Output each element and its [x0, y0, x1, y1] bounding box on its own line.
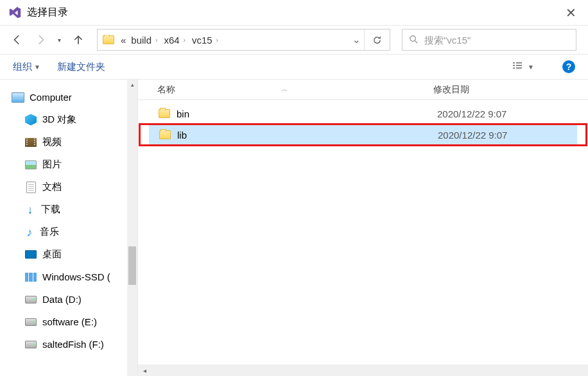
drive-icon [24, 316, 37, 328]
window-title: 选择目录 [27, 6, 560, 19]
tree-item-drive-e[interactable]: software (E:) [12, 311, 137, 333]
videos-icon [24, 137, 37, 148]
column-header-name[interactable]: 名称 ︿ [138, 84, 427, 96]
scroll-up-icon[interactable]: ▴ [127, 80, 137, 90]
column-header-modified[interactable]: 修改日期 [427, 84, 588, 96]
app-icon [8, 6, 22, 20]
up-button[interactable] [73, 34, 84, 46]
folder-icon [159, 130, 171, 139]
3d-objects-icon [24, 114, 37, 126]
file-list: 名称 ︿ 修改日期 bin 2020/12/22 9:07 l [137, 80, 588, 376]
folder-icon [103, 35, 114, 44]
tree-item-drive-f[interactable]: saltedFish (F:) [12, 333, 137, 355]
tree-root-computer[interactable]: Computer [12, 86, 137, 108]
forward-button[interactable] [35, 34, 46, 46]
drive-icon [24, 339, 37, 350]
address-dropdown-icon[interactable]: ⌄ [349, 34, 364, 46]
file-row[interactable]: lib 2020/12/22 9:07 [149, 125, 577, 144]
sidebar-scrollbar[interactable]: ▴ [127, 80, 137, 376]
search-box[interactable] [402, 29, 576, 51]
search-input[interactable] [424, 35, 569, 46]
file-name: bin [177, 108, 189, 119]
scroll-left-icon[interactable]: ◂ [138, 367, 151, 374]
file-row[interactable]: bin 2020/12/22 9:07 [148, 104, 578, 123]
drive-icon [24, 294, 37, 305]
tree-item-music[interactable]: ♪ 音乐 [12, 221, 137, 243]
refresh-button[interactable] [364, 30, 390, 50]
svg-point-0 [410, 36, 415, 41]
search-icon [409, 35, 419, 45]
nav-toolbar: ▾ « build› x64› vc15› ⌄ [0, 26, 588, 54]
pictures-icon [24, 159, 37, 171]
downloads-icon: ↓ [24, 204, 36, 216]
address-bar[interactable]: « build› x64› vc15› ⌄ [97, 29, 390, 51]
breadcrumb-item[interactable]: vc15› [189, 35, 222, 46]
back-button[interactable] [12, 34, 23, 46]
music-icon: ♪ [24, 226, 35, 238]
organize-button[interactable]: 组织 ▼ [13, 61, 40, 73]
command-toolbar: 组织 ▼ 新建文件夹 ▼ ? [0, 54, 588, 80]
breadcrumb-ellipsis[interactable]: « [118, 35, 128, 46]
tree-item-downloads[interactable]: ↓ 下载 [12, 198, 137, 221]
breadcrumb-item[interactable]: build› [128, 35, 161, 46]
tree-item-desktop[interactable]: 桌面 [12, 243, 137, 266]
breadcrumb-item[interactable]: x64› [161, 35, 189, 46]
view-options[interactable]: ▼ [511, 62, 534, 72]
column-headers: 名称 ︿ 修改日期 [138, 80, 588, 100]
documents-icon [24, 182, 37, 193]
main-area: Computer 3D 对象 视频 图片 文档 ↓ 下载 [0, 80, 588, 376]
file-modified-date: 2020/12/22 9:07 [437, 108, 578, 119]
tree-item-drive-c[interactable]: Windows-SSD ( [12, 266, 137, 288]
tree-item-drive-d[interactable]: Data (D:) [12, 288, 137, 311]
help-button[interactable]: ? [562, 60, 575, 73]
new-folder-button[interactable]: 新建文件夹 [57, 61, 105, 73]
computer-icon [12, 92, 24, 103]
file-name: lib [177, 130, 187, 141]
tree-item-3d[interactable]: 3D 对象 [12, 108, 137, 131]
highlighted-selection: lib 2020/12/22 9:07 [139, 123, 587, 146]
sort-indicator-icon: ︿ [282, 85, 288, 94]
ssd-icon [24, 271, 37, 283]
history-dropdown[interactable]: ▾ [58, 37, 61, 44]
nav-arrows: ▾ [12, 34, 84, 46]
close-icon[interactable]: ✕ [560, 5, 582, 21]
tree-item-documents[interactable]: 文档 [12, 176, 137, 198]
desktop-icon [24, 249, 37, 261]
tree-item-pictures[interactable]: 图片 [12, 153, 137, 176]
folder-icon [159, 109, 170, 118]
file-modified-date: 2020/12/22 9:07 [438, 130, 577, 141]
breadcrumb: « build› x64› vc15› [98, 35, 349, 46]
titlebar: 选择目录 ✕ [0, 0, 588, 26]
navigation-tree: Computer 3D 对象 视频 图片 文档 ↓ 下载 [0, 80, 137, 376]
tree-item-videos[interactable]: 视频 [12, 131, 137, 153]
horizontal-scrollbar[interactable]: ◂ [138, 364, 588, 376]
scroll-thumb[interactable] [128, 246, 136, 285]
